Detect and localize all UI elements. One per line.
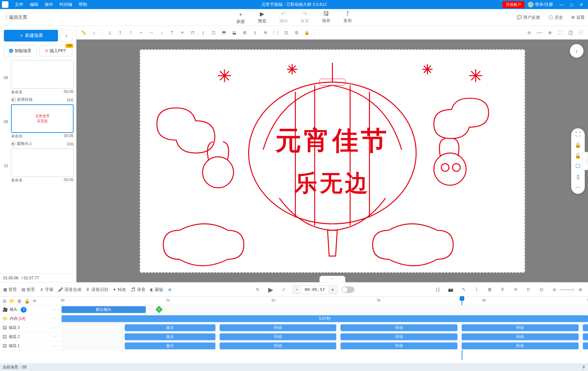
zoom-tool-2[interactable]: ⊕ xyxy=(545,28,554,37)
folder-add-icon[interactable]: 📁 xyxy=(9,298,15,304)
mobile-view-icon[interactable]: ▯ xyxy=(577,174,580,180)
login-button[interactable]: 登录/注册 xyxy=(528,2,553,7)
toolbtn-保存[interactable]: 🖫保存 xyxy=(322,10,330,25)
menu-timeline[interactable]: 时间轴 xyxy=(60,2,72,7)
menu-file[interactable]: 文件 xyxy=(15,2,23,7)
align-tool-14[interactable]: ⫿ xyxy=(250,28,259,37)
collapse-right-panel[interactable]: 〈 xyxy=(582,152,588,170)
trash-icon[interactable]: 🗑 xyxy=(17,298,22,304)
align-tool-17[interactable]: ⊡ xyxy=(282,28,291,37)
track-lane[interactable]: 放大抖动抖动抖动— xyxy=(62,342,588,350)
more-icon[interactable]: ⋯ xyxy=(575,184,581,191)
scene-thumb-09[interactable]: 元宵佳节乐无边 xyxy=(11,104,74,133)
pb-语音合成[interactable]: 🎤语音合成 xyxy=(58,287,81,293)
canvas-music-button[interactable]: ♪ xyxy=(570,44,583,58)
pbr-3[interactable]: ⤵ xyxy=(472,285,481,294)
camera-clip[interactable]: 默认镜头 xyxy=(62,306,146,313)
zoom-tool-0[interactable]: ⊖ xyxy=(525,28,534,37)
align-tool-10[interactable]: ◫ xyxy=(209,28,218,37)
align-tool-6[interactable]: ⤒ xyxy=(167,28,177,37)
pb-蒙版[interactable]: ◐蒙版 xyxy=(150,287,163,293)
zoom-tool-1[interactable]: ── xyxy=(535,28,544,37)
pbr-9[interactable]: ⊖ xyxy=(550,285,559,294)
minimize-button[interactable]: — xyxy=(557,0,567,9)
play-icon[interactable]: ▶ xyxy=(266,285,275,294)
pbr-5[interactable]: ⚲ xyxy=(498,285,507,294)
fit-screen-icon[interactable]: ⛶ xyxy=(575,132,581,137)
pbr-2[interactable]: ✎ xyxy=(459,285,468,294)
align-tool-4[interactable]: ↔ xyxy=(147,28,156,37)
zoom-tool-5[interactable]: 📄 xyxy=(576,28,585,37)
align-tool-12[interactable]: ⬓ xyxy=(230,28,239,37)
pbr-4[interactable]: 🗑 xyxy=(485,285,494,294)
effect-clip[interactable]: 抖动 xyxy=(220,333,337,340)
track-label-烟花 1[interactable]: 🖼 烟花 1 ••• xyxy=(0,342,62,350)
toolbtn-新建[interactable]: ＋新建 xyxy=(236,10,245,25)
pbr-6[interactable]: ⟲ xyxy=(511,285,520,294)
zoom-tool-4[interactable]: 📋 xyxy=(566,28,575,37)
align-tool-18[interactable]: ⧉ xyxy=(292,28,301,37)
scene-thumb-08[interactable] xyxy=(11,60,74,89)
toggle-bottom-panel[interactable]: ﹀ xyxy=(319,276,345,282)
more-options-icon[interactable]: ⊕ xyxy=(165,285,174,294)
track-lane[interactable]: 放大抖动抖动抖动— xyxy=(62,332,588,341)
transition-09[interactable]: ▶圆角向上1(s) xyxy=(11,141,74,146)
maximize-button[interactable]: ◻ xyxy=(567,0,576,9)
topright-用户反馈[interactable]: 💬用户反馈 xyxy=(517,15,540,20)
effect-clip[interactable]: 抖动 xyxy=(340,333,457,340)
effect-clip[interactable]: 抖动 xyxy=(220,342,337,349)
scene-thumb-10[interactable] xyxy=(11,148,74,177)
loop-icon[interactable]: ↻ xyxy=(253,285,262,294)
effect-clip[interactable]: 抖动 xyxy=(462,333,579,340)
expand-timeline-icon[interactable]: ⇕ xyxy=(582,365,585,369)
pb-特效[interactable]: ✦特效 xyxy=(113,287,126,293)
menu-action[interactable]: 操作 xyxy=(45,2,53,7)
effect-clip[interactable]: 放大 xyxy=(125,333,215,340)
close-button[interactable]: ✕ xyxy=(576,0,586,9)
pb-前景[interactable]: ▤前景 xyxy=(21,287,35,293)
align-tool-0[interactable]: ⭳ xyxy=(105,28,114,37)
align-tool-19[interactable]: 🔒 xyxy=(302,28,311,37)
pbr-10[interactable]: ────○ xyxy=(563,285,572,294)
play-transition-icon[interactable]: ▶ xyxy=(11,142,16,146)
align-tool-7[interactable]: ≡ xyxy=(178,28,187,37)
smart-scene-button[interactable]: 🅐 智能场景 xyxy=(4,45,37,56)
track-label-内容-[interactable]: 📁 内容-[14] ••• xyxy=(0,314,62,323)
lock-icon[interactable]: 🔒 xyxy=(575,142,581,148)
canvas-viewport[interactable]: 元宵佳节 乐无边 ♪ ⛶ 🔒 🔓 🖵 ▯ ⋯ 〈 ﹀ xyxy=(76,40,588,282)
time-minus-button[interactable]: − xyxy=(292,285,301,294)
align-tool-8[interactable]: ⊓ xyxy=(188,28,197,37)
effect-clip[interactable]: 抖动 xyxy=(340,342,457,349)
pbr-7[interactable]: ⎘ xyxy=(524,285,533,294)
desktop-view-icon[interactable]: 🖵 xyxy=(575,163,581,169)
play-transition-icon[interactable]: ▶ xyxy=(11,98,16,102)
toolbtn-发布[interactable]: ⤴发布 xyxy=(343,10,352,25)
pbr-8[interactable]: ⊡ xyxy=(537,285,546,294)
back-home[interactable]: 〈 返回主页 xyxy=(3,15,27,20)
time-ruler[interactable]: 0s1s2s3s4s5s xyxy=(62,297,588,305)
scene-music-button[interactable]: ♪ xyxy=(61,30,72,41)
add-track-icon[interactable]: ⊞ xyxy=(3,298,6,304)
pb-背景[interactable]: ▦背景 xyxy=(3,287,17,293)
topright-历史[interactable]: 🕘历史 xyxy=(548,15,563,20)
align-tool-13[interactable]: ⊞ xyxy=(240,28,249,37)
eye-icon[interactable]: 👁 xyxy=(32,298,37,304)
ruler-icon[interactable]: 📏 xyxy=(79,28,88,37)
lock-track-icon[interactable]: 🔒 xyxy=(24,298,30,304)
track-lane[interactable]: 5.57秒 xyxy=(62,314,588,323)
track-lane[interactable]: 放大抖动抖动抖动— xyxy=(62,323,588,332)
time-plus-button[interactable]: ＋ xyxy=(328,285,337,294)
align-tool-3[interactable]: ⫟ xyxy=(136,28,145,37)
effect-clip[interactable]: 抖动 xyxy=(220,324,337,331)
track-lane[interactable]: 默认镜头 + xyxy=(62,305,588,314)
toolbtn-预览[interactable]: ▶预览 xyxy=(258,10,266,25)
transition-08[interactable]: ▶波浪转场1(s) xyxy=(11,97,74,102)
effect-clip[interactable]: — xyxy=(583,324,588,331)
effect-clip[interactable]: 抖动 xyxy=(462,324,579,331)
align-tool-11[interactable]: ⬒ xyxy=(219,28,228,37)
insert-ppt-button[interactable]: P 插入PPT VIP xyxy=(40,45,73,56)
zoom-tool-3[interactable]: ⛶ xyxy=(556,28,565,37)
help-icon[interactable]: ? xyxy=(21,307,27,313)
pbr-0[interactable]: ⟦⟧ xyxy=(433,285,442,294)
align-tool-1[interactable]: ⭱ xyxy=(116,28,125,37)
